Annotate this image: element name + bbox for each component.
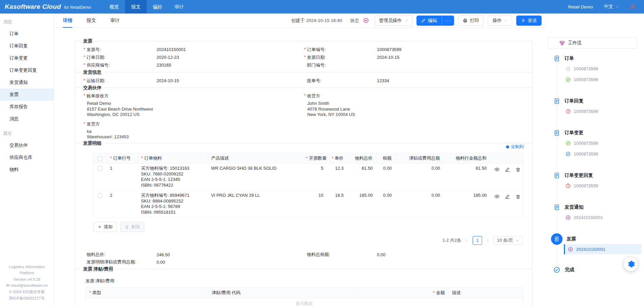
add-row-button[interactable]: 添加 [93, 222, 117, 232]
more-actions-button[interactable]: ··· [442, 16, 454, 26]
workflow-step: 发货通知202410150001 [552, 203, 644, 222]
delete-row-button[interactable]: 删除 [120, 222, 144, 232]
edit-row-icon[interactable] [504, 194, 511, 199]
workflow-step-label: 订单 [565, 55, 574, 62]
sidebar-footer-line[interactable]: ✉ cloud@kasoftware.cn [1, 282, 52, 289]
workflow-step-header[interactable]: 发票 [552, 235, 644, 243]
send-button[interactable]: 发送 [516, 16, 542, 26]
workflow-ref-id: 1000873599 [574, 66, 598, 71]
settings-fab-button[interactable] [624, 257, 638, 271]
section-legend: 发货信息 [80, 69, 104, 75]
sidebar-item[interactable]: 订单 [0, 28, 54, 40]
workflow-ref[interactable]: 202410150001 [566, 212, 644, 222]
view-row-icon[interactable] [494, 167, 500, 172]
column-header: 津贴或费用总额 [395, 154, 444, 164]
column-header: *开票数量 [302, 154, 327, 164]
item-total-cell: 185.00 [347, 191, 376, 218]
workflow-step-header[interactable]: 订单回复 [552, 97, 644, 105]
chevron-down-icon [504, 19, 507, 22]
previous-page-icon[interactable] [464, 238, 470, 242]
next-page-icon[interactable] [485, 238, 491, 242]
column-header: 产品描述 [208, 154, 302, 164]
address-line: ka [84, 129, 304, 135]
sidebar-item[interactable]: 交易伙伴 [0, 139, 54, 151]
app-logo[interactable]: Kasoftware Cloud for RetailDemo [5, 3, 103, 10]
action-button[interactable]: 操作 [488, 16, 512, 26]
workflow-ref[interactable]: 1000873599 [566, 74, 644, 85]
top-nav-item[interactable]: 审计 [168, 0, 190, 14]
workflow-ref[interactable]: 1000873599 [566, 138, 644, 148]
workflow-step-header[interactable]: 订单变更 [552, 128, 644, 137]
sidebar-footer: Logistics Information PlatformVersion v4… [0, 260, 54, 306]
address-line: Retail Demo [84, 101, 304, 107]
user-avatar-icon[interactable] [629, 4, 636, 10]
item-detail-line: 买方物料编号: 85949671 [141, 193, 204, 198]
row-checkbox[interactable] [98, 193, 102, 198]
item-detail-line: SKU: 9984-00895152 [141, 198, 204, 204]
top-nav-item[interactable]: 偏好 [147, 0, 168, 14]
print-button[interactable]: 打印 [458, 16, 484, 26]
edit-button-label: 编辑 [428, 18, 437, 24]
workflow-ref[interactable]: 1000873599 [566, 64, 644, 74]
content-tab[interactable]: 详情 [63, 14, 72, 28]
language-switcher[interactable]: 中文 [604, 4, 619, 10]
page-size-select[interactable]: 10 条/页 [494, 236, 522, 245]
workflow-ref[interactable]: 1000873599 [566, 106, 644, 116]
sidebar-item[interactable]: 订单回复 [0, 40, 54, 52]
plus-icon [98, 225, 102, 229]
workflow-step-label: 发货通知 [565, 204, 583, 210]
customize-columns-link[interactable]: 定制列 [505, 144, 524, 150]
page-number-button[interactable]: 1 [473, 236, 482, 245]
top-nav-item[interactable]: 概览 [103, 0, 125, 14]
workflow-ref[interactable]: 1000873599 [566, 149, 644, 159]
content-tab[interactable]: 报文 [87, 14, 96, 28]
line-items-table: *订单行号*订单物料产品描述*开票数量*单价物料总价税额津贴或费用总额物料行金额… [93, 153, 523, 218]
delete-row-icon[interactable] [515, 194, 521, 199]
status-label: 状态 [350, 18, 359, 24]
unit-price-cell: 18.5 [327, 191, 347, 218]
pagination: 1-2 共2条 1 10 条/页 [84, 236, 522, 245]
address-line: 8157 East Beach Drive Northwest [84, 107, 304, 112]
row-checkbox[interactable] [98, 166, 102, 171]
language-label: 中文 [604, 4, 613, 10]
edit-button[interactable]: 编辑 [416, 16, 442, 26]
view-row-icon[interactable] [494, 194, 500, 199]
sidebar-item[interactable]: 发货通知 [0, 76, 54, 89]
item-detail-line: EAN 2-5-5-1: 56789 [141, 204, 204, 210]
sidebar-item[interactable]: 订单变更 [0, 52, 54, 64]
select-all-checkbox[interactable] [98, 157, 102, 161]
unit-price-cell: 12.3 [327, 164, 347, 191]
sidebar-item[interactable]: 供应商仓库 [0, 151, 54, 164]
partner-label: *账单接收方 [84, 93, 304, 99]
workflow-ref[interactable]: 1000873599 [566, 181, 644, 191]
status-circle-plus-icon[interactable] [363, 18, 369, 23]
shipping-section: 发货信息 *运输日期:2024-10-15*提单号:12334 [75, 72, 532, 88]
workflow-step-header[interactable]: 发货通知 [552, 203, 644, 212]
sidebar-item[interactable]: 物料 [0, 164, 54, 176]
workflow-ref[interactable]: 202410150001 [564, 244, 641, 254]
content-tab[interactable]: 审计 [110, 14, 120, 28]
admin-action-select[interactable]: 管理员操作 [375, 16, 412, 26]
sidebar-item[interactable]: 消息 [0, 113, 54, 125]
delete-row-icon[interactable] [515, 167, 521, 172]
field-value: 12334 [377, 78, 389, 83]
form-field: *订单日期:2020-12-23 [84, 53, 304, 61]
sidebar-item[interactable]: 库存报告 [0, 101, 54, 113]
sidebar-item[interactable]: 发票 [0, 89, 54, 101]
item-detail-line: ISBN: 095518151 [141, 210, 204, 215]
top-nav-item[interactable]: 报文 [125, 0, 147, 14]
workflow-step-header[interactable]: 订单变更回复 [552, 171, 644, 180]
sidebar-item[interactable]: 订单变更回复 [0, 64, 54, 76]
left-sidebar: 消息订单订单回复订单变更订单变更回复发货通知发票库存报告消息其它交易伙伴供应商仓… [0, 14, 54, 306]
workflow-step-header[interactable]: 订单 [552, 54, 644, 63]
sidebar-footer-line: © 2024 EDI通信专家 [1, 289, 52, 295]
mail-icon: ✉ [6, 283, 10, 288]
main-area: 详情报文审计 创建于 2024-10-15 16:40 状态 管理员操作 编辑 … [54, 14, 546, 306]
workflow-header[interactable]: 工作流 [548, 37, 637, 49]
workflow-done-label: 完成 [565, 267, 574, 273]
edit-row-icon[interactable] [504, 167, 511, 172]
sidebar-group-label: 消息 [0, 14, 54, 28]
table-buttons: 添加 删除 [93, 222, 524, 232]
form-field: *供应商编号:230165 [84, 61, 304, 69]
required-mark: * [433, 290, 435, 295]
